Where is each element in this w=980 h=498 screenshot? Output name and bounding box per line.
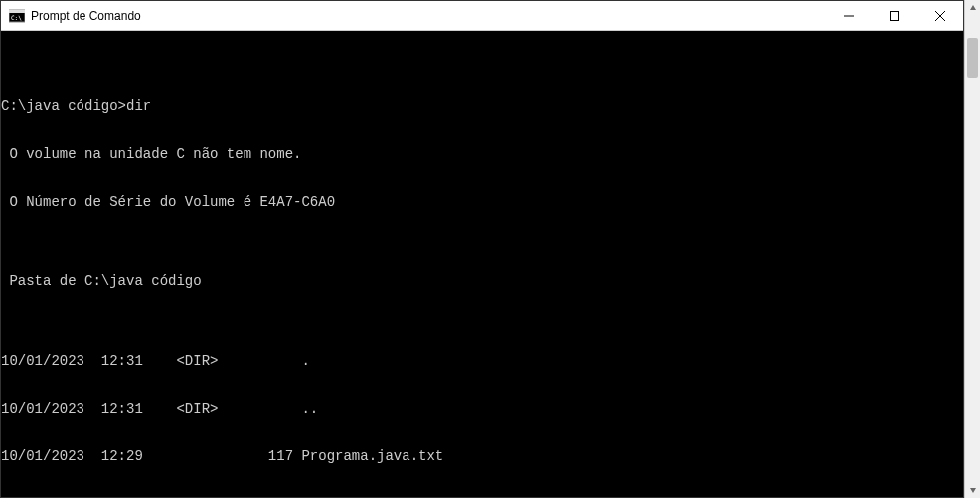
close-button[interactable]	[917, 1, 963, 30]
terminal-line: 1 arquivo(s) 117 bytes	[1, 496, 963, 497]
scroll-down-icon[interactable]	[965, 482, 980, 498]
maximize-button[interactable]	[872, 1, 917, 30]
command-prompt-window: C:\ Prompt de Comando C:\java código>dir…	[0, 0, 964, 498]
scroll-thumb[interactable]	[967, 38, 978, 78]
terminal-line: C:\java código>dir	[1, 98, 963, 114]
terminal-output[interactable]: C:\java código>dir O volume na unidade C…	[1, 31, 963, 497]
terminal-line: O Número de Série do Volume é E4A7-C6A0	[1, 194, 963, 210]
svg-rect-1	[9, 10, 25, 13]
svg-marker-7	[970, 5, 976, 10]
svg-text:C:\: C:\	[11, 14, 22, 21]
scroll-track[interactable]	[965, 16, 980, 482]
titlebar[interactable]: C:\ Prompt de Comando	[1, 1, 963, 31]
svg-marker-8	[970, 488, 976, 493]
scroll-up-icon[interactable]	[965, 0, 980, 16]
terminal-line: 10/01/2023 12:29 117 Programa.java.txt	[1, 448, 963, 464]
terminal-line: O volume na unidade C não tem nome.	[1, 146, 963, 162]
svg-rect-4	[891, 11, 899, 20]
window-controls	[826, 1, 963, 30]
cmd-icon: C:\	[9, 8, 25, 24]
terminal-line: Pasta de C:\java código	[1, 273, 963, 289]
terminal-line: 10/01/2023 12:31 <DIR> ..	[1, 401, 963, 416]
window-title: Prompt de Comando	[31, 9, 826, 23]
page-scrollbar[interactable]	[964, 0, 980, 498]
terminal-line: 10/01/2023 12:31 <DIR> .	[1, 353, 963, 369]
minimize-button[interactable]	[826, 1, 872, 30]
